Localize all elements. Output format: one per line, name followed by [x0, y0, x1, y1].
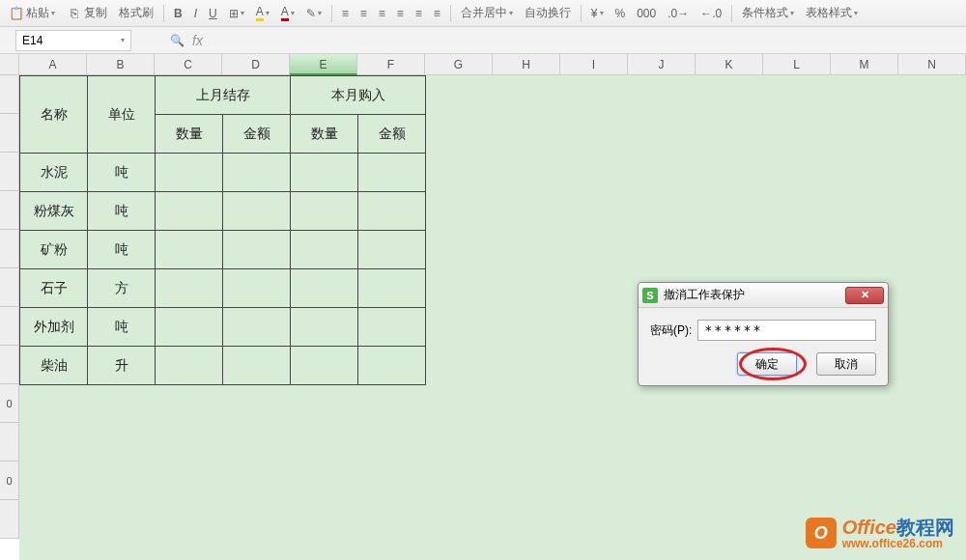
cell[interactable]: [223, 231, 291, 269]
cell[interactable]: [291, 308, 358, 347]
column-header-F[interactable]: F: [357, 54, 425, 75]
increase-decimal-button[interactable]: .0→: [663, 5, 694, 22]
row-header[interactable]: [0, 153, 19, 191]
cell-unit[interactable]: 吨: [88, 192, 156, 231]
cell-name[interactable]: 粉煤灰: [20, 192, 88, 231]
header-qty[interactable]: 数量: [291, 115, 358, 154]
header-amount[interactable]: 金额: [223, 115, 291, 154]
ok-button[interactable]: 确定: [737, 352, 797, 376]
cell-unit[interactable]: 升: [88, 347, 156, 385]
column-header-B[interactable]: B: [87, 54, 155, 75]
cell[interactable]: [156, 154, 223, 192]
header-amount[interactable]: 金额: [358, 115, 426, 154]
fill-color-button[interactable]: A▾: [251, 3, 274, 23]
align-right-button[interactable]: ≡: [374, 5, 390, 22]
row-header[interactable]: [0, 75, 19, 114]
header-qty[interactable]: 数量: [156, 115, 223, 154]
font-color-button[interactable]: A▾: [276, 3, 299, 23]
fx-icon[interactable]: fx: [192, 33, 203, 48]
underline-button[interactable]: U: [204, 5, 222, 22]
column-header-G[interactable]: G: [425, 54, 493, 75]
align-left-button[interactable]: ≡: [337, 5, 354, 22]
cell[interactable]: [291, 192, 358, 231]
cell-unit[interactable]: 吨: [88, 308, 156, 347]
row-header[interactable]: 0: [0, 384, 19, 423]
italic-button[interactable]: I: [189, 5, 202, 22]
cell[interactable]: [223, 154, 291, 192]
cell[interactable]: [291, 347, 358, 385]
column-header-H[interactable]: H: [493, 54, 560, 75]
column-header-C[interactable]: C: [155, 54, 222, 75]
border-button[interactable]: ⊞▾: [224, 5, 249, 22]
cell[interactable]: [223, 269, 291, 308]
password-input[interactable]: [697, 320, 876, 341]
cell-name[interactable]: 石子: [20, 269, 88, 308]
conditional-format-button[interactable]: 条件格式 ▾: [737, 3, 799, 23]
cell[interactable]: [358, 154, 426, 192]
cell[interactable]: [291, 231, 358, 269]
cell-unit[interactable]: 方: [88, 269, 156, 308]
cell[interactable]: [358, 192, 426, 231]
align-middle-button[interactable]: ≡: [411, 5, 427, 22]
paste-button[interactable]: 📋 粘贴 ▾: [4, 3, 60, 23]
dialog-titlebar[interactable]: S 撤消工作表保护 ✕: [639, 283, 888, 308]
copy-button[interactable]: ⎘ 复制: [62, 3, 112, 23]
align-top-button[interactable]: ≡: [392, 5, 409, 22]
decrease-decimal-button[interactable]: ←.0: [696, 5, 726, 22]
column-header-D[interactable]: D: [222, 54, 290, 75]
row-header[interactable]: [0, 423, 19, 462]
column-header-L[interactable]: L: [763, 54, 831, 75]
row-header[interactable]: [0, 500, 19, 539]
cell[interactable]: [223, 308, 291, 347]
merge-center-button[interactable]: 合并居中 ▾: [456, 3, 518, 23]
cell-name[interactable]: 柴油: [20, 347, 88, 385]
cell[interactable]: [291, 269, 358, 308]
header-name[interactable]: 名称: [20, 76, 88, 154]
column-header-K[interactable]: K: [696, 54, 763, 75]
bold-button[interactable]: B: [169, 5, 187, 22]
comma-button[interactable]: 000: [632, 5, 661, 22]
close-button[interactable]: ✕: [845, 287, 884, 304]
column-header-J[interactable]: J: [628, 54, 696, 75]
row-header[interactable]: 0: [0, 462, 19, 500]
cell[interactable]: [223, 192, 291, 231]
column-header-A[interactable]: A: [19, 54, 87, 75]
cell[interactable]: [291, 154, 358, 192]
cell-name[interactable]: 矿粉: [20, 231, 88, 269]
cell[interactable]: [156, 269, 223, 308]
header-this-month[interactable]: 本月购入: [291, 76, 426, 115]
cell[interactable]: [156, 308, 223, 347]
cell[interactable]: [358, 347, 426, 385]
cancel-button[interactable]: 取消: [816, 352, 876, 376]
cell[interactable]: [358, 269, 426, 308]
row-header[interactable]: [0, 230, 19, 268]
header-last-month[interactable]: 上月结存: [156, 76, 291, 115]
search-icon[interactable]: 🔍: [170, 34, 185, 47]
row-header[interactable]: [0, 191, 19, 230]
table-style-button[interactable]: 表格样式 ▾: [801, 3, 863, 23]
header-unit[interactable]: 单位: [88, 76, 156, 154]
cell[interactable]: [358, 308, 426, 347]
column-header-N[interactable]: N: [898, 54, 966, 75]
auto-wrap-button[interactable]: 自动换行: [520, 3, 576, 23]
select-all-corner[interactable]: [0, 54, 19, 75]
format-painter-button[interactable]: 格式刷: [114, 3, 158, 23]
row-header[interactable]: [0, 268, 19, 307]
highlight-button[interactable]: ✎▾: [301, 5, 327, 22]
row-header[interactable]: [0, 114, 19, 153]
cell-name[interactable]: 外加剂: [20, 308, 88, 347]
cell[interactable]: [223, 347, 291, 385]
column-header-E[interactable]: E: [290, 54, 357, 75]
currency-button[interactable]: ¥▾: [586, 5, 609, 22]
cell[interactable]: [156, 192, 223, 231]
percent-button[interactable]: %: [611, 5, 631, 22]
row-header[interactable]: [0, 346, 19, 384]
name-box[interactable]: E14 ▾: [15, 30, 131, 51]
cell-unit[interactable]: 吨: [88, 231, 156, 269]
cell-name[interactable]: 水泥: [20, 154, 88, 192]
cell-unit[interactable]: 吨: [88, 154, 156, 192]
cell[interactable]: [156, 347, 223, 385]
column-header-M[interactable]: M: [831, 54, 898, 75]
row-header[interactable]: [0, 307, 19, 346]
cell[interactable]: [358, 231, 426, 269]
